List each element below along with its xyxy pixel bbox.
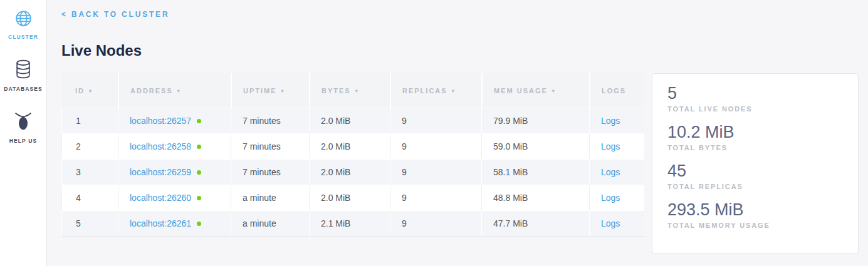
node-address-link[interactable]: localhost:26261 xyxy=(130,218,191,228)
cell-logs: Logs xyxy=(589,108,644,133)
cell-logs: Logs xyxy=(589,159,644,185)
node-address-link[interactable]: localhost:26257 xyxy=(130,116,191,126)
sidebar-item-label: DATABASES xyxy=(4,86,43,92)
cell-id: 2 xyxy=(61,133,118,159)
column-header-label: BYTES xyxy=(322,87,351,95)
node-logs-link[interactable]: Logs xyxy=(601,218,620,228)
column-header-uptime[interactable]: UPTIME▾ xyxy=(231,73,309,108)
summary-stat-value: 293.5 MiB xyxy=(667,200,847,220)
sidebar-item-databases[interactable]: DATABASES xyxy=(4,59,43,92)
summary-stat: 10.2 MiBTOTAL BYTES xyxy=(667,122,847,151)
table-row: 3localhost:262597 minutes2.0 MiB958.1 Mi… xyxy=(61,159,644,185)
cell-uptime: 7 minutes xyxy=(231,108,309,133)
cell-replicas: 9 xyxy=(390,108,481,133)
column-header-address[interactable]: ADDRESS▾ xyxy=(118,73,231,108)
cell-mem_usage: 59.0 MiB xyxy=(481,133,589,159)
sort-arrow-icon: ▾ xyxy=(89,88,93,94)
sort-arrow-icon: ▾ xyxy=(452,88,456,94)
cell-uptime: 7 minutes xyxy=(231,159,309,185)
cell-replicas: 9 xyxy=(390,210,481,236)
cell-bytes: 2.0 MiB xyxy=(309,108,390,133)
back-to-cluster-link[interactable]: < BACK TO CLUSTER xyxy=(61,10,169,19)
node-live-status-dot xyxy=(197,222,201,226)
node-address-link[interactable]: localhost:26258 xyxy=(130,141,191,151)
summary-stat: 45TOTAL REPLICAS xyxy=(667,161,847,190)
summary-stat-label: TOTAL BYTES xyxy=(667,144,847,151)
sidebar-item-label: CLUSTER xyxy=(8,34,38,40)
cell-mem_usage: 48.8 MiB xyxy=(481,185,589,210)
cell-mem_usage: 58.1 MiB xyxy=(481,159,589,185)
table-row: 5localhost:26261a minute2.1 MiB947.7 MiB… xyxy=(61,210,644,236)
live-nodes-table: ID▾ADDRESS▾UPTIME▾BYTES▾REPLICAS▾MEM USA… xyxy=(61,73,644,237)
cell-address: localhost:26261 xyxy=(118,210,231,236)
sidebar-item-cluster[interactable]: CLUSTER xyxy=(8,10,38,40)
column-header-label: LOGS xyxy=(602,87,626,95)
summary-stat-label: TOTAL MEMORY USAGE xyxy=(667,222,847,229)
cell-uptime: a minute xyxy=(231,210,309,236)
cell-replicas: 9 xyxy=(390,159,481,185)
column-header-logs: LOGS xyxy=(589,73,644,108)
node-live-status-dot xyxy=(197,145,201,149)
column-header-id[interactable]: ID▾ xyxy=(61,73,118,108)
node-logs-link[interactable]: Logs xyxy=(601,116,620,126)
main-content: < BACK TO CLUSTER Live Nodes ID▾ADDRESS▾… xyxy=(48,0,868,254)
summary-stat-value: 10.2 MiB xyxy=(667,122,847,142)
cell-mem_usage: 79.9 MiB xyxy=(481,108,589,133)
node-live-status-dot xyxy=(197,119,201,123)
node-logs-link[interactable]: Logs xyxy=(601,193,620,203)
sidebar: CLUSTER DATABASES HELP US xyxy=(0,0,47,266)
node-logs-link[interactable]: Logs xyxy=(601,141,620,151)
cell-logs: Logs xyxy=(589,210,644,236)
column-header-label: ID xyxy=(75,87,85,95)
page-title: Live Nodes xyxy=(61,42,868,59)
cell-logs: Logs xyxy=(589,185,644,210)
bug-icon xyxy=(14,111,33,133)
sort-arrow-icon: ▾ xyxy=(281,88,285,94)
table-row: 1localhost:262577 minutes2.0 MiB979.9 Mi… xyxy=(61,108,644,133)
node-live-status-dot xyxy=(197,196,201,200)
cell-bytes: 2.0 MiB xyxy=(309,185,390,210)
cell-bytes: 2.0 MiB xyxy=(309,133,390,159)
cell-mem_usage: 47.7 MiB xyxy=(481,210,589,236)
cell-id: 5 xyxy=(61,210,118,236)
sort-arrow-icon: ▾ xyxy=(177,88,181,94)
column-header-replicas[interactable]: REPLICAS▾ xyxy=(390,73,481,108)
node-address-link[interactable]: localhost:26259 xyxy=(130,167,191,177)
sidebar-item-help-us[interactable]: HELP US xyxy=(9,111,37,144)
node-logs-link[interactable]: Logs xyxy=(601,167,620,177)
cell-address: localhost:26257 xyxy=(118,108,231,133)
cell-bytes: 2.0 MiB xyxy=(309,159,390,185)
node-live-status-dot xyxy=(197,170,201,175)
cell-logs: Logs xyxy=(589,133,644,159)
sort-arrow-icon: ▾ xyxy=(552,88,556,94)
summary-panel: 5TOTAL LIVE NODES10.2 MiBTOTAL BYTES45TO… xyxy=(652,73,859,254)
summary-stat-value: 5 xyxy=(667,83,847,103)
column-header-label: UPTIME xyxy=(243,87,277,95)
cell-replicas: 9 xyxy=(390,133,481,159)
summary-stat-value: 45 xyxy=(667,161,847,181)
column-header-bytes[interactable]: BYTES▾ xyxy=(309,73,390,108)
table-row: 2localhost:262587 minutes2.0 MiB959.0 Mi… xyxy=(61,133,644,159)
cell-address: localhost:26260 xyxy=(118,185,231,210)
table-header-row: ID▾ADDRESS▾UPTIME▾BYTES▾REPLICAS▾MEM USA… xyxy=(61,73,644,108)
cell-bytes: 2.1 MiB xyxy=(309,210,390,236)
summary-stat: 5TOTAL LIVE NODES xyxy=(667,83,847,113)
cell-uptime: 7 minutes xyxy=(231,133,309,159)
table-row: 4localhost:26260a minute2.0 MiB948.8 MiB… xyxy=(61,185,644,210)
cell-address: localhost:26259 xyxy=(118,159,231,185)
column-header-mem_usage[interactable]: MEM USAGE▾ xyxy=(481,73,589,108)
cell-id: 4 xyxy=(61,185,118,210)
cell-address: localhost:26258 xyxy=(118,133,231,159)
summary-stat: 293.5 MiBTOTAL MEMORY USAGE xyxy=(667,200,847,229)
column-header-label: MEM USAGE xyxy=(494,87,548,95)
database-icon xyxy=(15,59,31,81)
cell-id: 3 xyxy=(61,159,118,185)
cell-id: 1 xyxy=(61,108,118,133)
sidebar-item-label: HELP US xyxy=(9,138,37,144)
summary-stat-label: TOTAL REPLICAS xyxy=(667,183,847,190)
cell-uptime: a minute xyxy=(231,185,309,210)
column-header-label: REPLICAS xyxy=(402,87,447,95)
node-address-link[interactable]: localhost:26260 xyxy=(130,193,191,203)
summary-stat-label: TOTAL LIVE NODES xyxy=(667,105,847,113)
globe-icon xyxy=(15,10,32,29)
